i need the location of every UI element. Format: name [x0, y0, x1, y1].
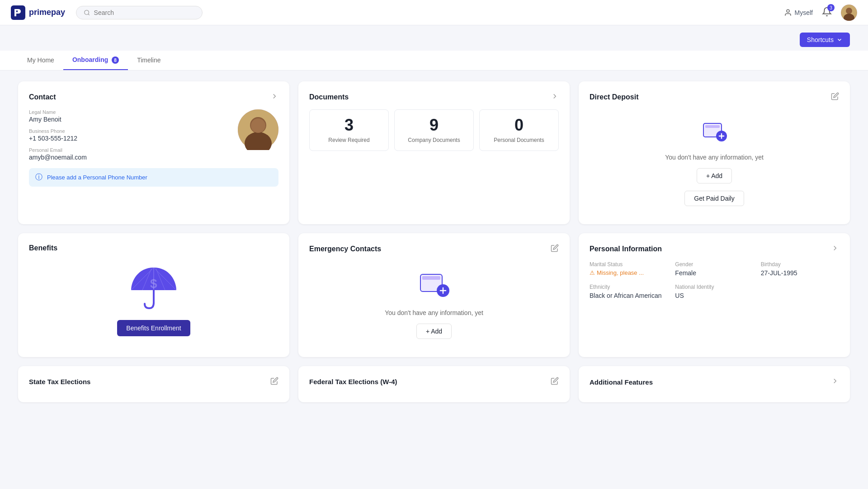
main-content: Contact Legal Name Amy Benoit Business P… — [0, 71, 868, 413]
search-bar[interactable] — [76, 6, 203, 19]
ethnicity-value: Black or African American — [590, 292, 668, 299]
emergency-contacts-card: Emergency Contacts — [298, 233, 570, 357]
cards-row-3: State Tax Elections Federal Tax Election… — [18, 366, 850, 402]
benefits-body: $ Benefits Enrollment — [29, 259, 278, 340]
gender-value: Female — [675, 269, 753, 277]
deposit-icon — [700, 116, 729, 146]
additional-features-card: Additional Features — [579, 366, 850, 402]
personal-info-expand-icon[interactable] — [831, 244, 839, 254]
svg-rect-1 — [16, 10, 18, 12]
user-name: Myself — [795, 9, 813, 16]
shortcuts-label: Shortcuts — [807, 36, 834, 43]
header: primepay Myself 3 — [0, 0, 868, 25]
tab-my-home[interactable]: My Home — [18, 51, 63, 70]
direct-deposit-add-label: + Add — [706, 172, 722, 179]
emergency-contacts-edit-icon[interactable] — [551, 244, 559, 254]
state-tax-header: State Tax Elections — [29, 377, 278, 386]
legal-name-value: Amy Benoit — [29, 116, 238, 123]
info-banner[interactable]: ⓘ Please add a Personal Phone Number — [29, 168, 278, 187]
documents-card: Documents 3 Review Required 9 Company Do… — [298, 81, 570, 224]
logo-text: primepay — [29, 8, 65, 17]
contact-card: Contact Legal Name Amy Benoit Business P… — [18, 81, 289, 224]
federal-tax-card: Federal Tax Elections (W-4) — [298, 366, 570, 402]
logo[interactable]: primepay — [11, 5, 65, 20]
svg-rect-12 — [705, 125, 720, 128]
warning-icon: ⚠ — [590, 269, 595, 276]
cards-row-2: Benefits — [18, 233, 850, 357]
federal-tax-header: Federal Tax Elections (W-4) — [309, 377, 559, 386]
direct-deposit-add-button[interactable]: + Add — [697, 168, 732, 183]
tab-my-home-label: My Home — [27, 56, 54, 64]
documents-expand-icon[interactable] — [551, 92, 559, 102]
notification-badge: 3 — [827, 4, 835, 11]
shortcuts-area: Shortcuts — [0, 25, 868, 47]
svg-point-2 — [85, 10, 89, 14]
chevron-down-icon — [836, 37, 843, 43]
direct-deposit-edit-icon[interactable] — [831, 92, 839, 102]
notification-button[interactable]: 3 — [820, 5, 834, 20]
get-paid-daily-button[interactable]: Get Paid Daily — [684, 191, 744, 206]
info-icon: ⓘ — [35, 173, 42, 182]
contact-avatar-image — [238, 109, 278, 150]
national-identity-label: National Identity — [675, 284, 753, 290]
doc-stat-review[interactable]: 3 Review Required — [309, 109, 389, 151]
search-input[interactable] — [94, 9, 195, 16]
doc-stats: 3 Review Required 9 Company Documents 0 … — [309, 109, 559, 151]
doc-personal-number: 0 — [487, 117, 551, 133]
search-icon — [84, 9, 90, 16]
get-paid-label: Get Paid Daily — [694, 195, 734, 202]
marital-status-field: Marital Status ⚠ Missing, please ... — [590, 261, 668, 277]
federal-tax-edit-icon[interactable] — [551, 377, 559, 386]
benefits-card-header: Benefits — [29, 244, 278, 252]
marital-status-value: ⚠ Missing, please ... — [590, 269, 668, 276]
documents-card-header: Documents — [309, 92, 559, 102]
doc-company-number: 9 — [402, 117, 466, 133]
state-tax-edit-icon[interactable] — [270, 377, 278, 386]
emergency-body: You don't have any information, yet + Ad… — [309, 261, 559, 346]
avatar-image — [841, 5, 857, 21]
legal-name-label: Legal Name — [29, 109, 238, 115]
personal-info-grid: Marital Status ⚠ Missing, please ... Gen… — [590, 261, 839, 299]
additional-features-expand-icon[interactable] — [831, 377, 839, 387]
state-tax-card: State Tax Elections — [18, 366, 289, 402]
shortcuts-button[interactable]: Shortcuts — [800, 33, 850, 47]
benefits-title: Benefits — [29, 244, 57, 252]
direct-deposit-card-header: Direct Deposit — [590, 92, 839, 102]
svg-point-5 — [846, 8, 852, 14]
tab-timeline-label: Timeline — [137, 56, 160, 64]
svg-rect-24 — [422, 276, 440, 280]
header-right: Myself 3 — [784, 5, 857, 21]
birthday-value: 27-JUL-1995 — [761, 269, 839, 277]
doc-stat-company[interactable]: 9 Company Documents — [394, 109, 474, 151]
national-identity-value: US — [675, 292, 753, 299]
personal-info-title: Personal Information — [590, 245, 662, 253]
doc-review-label: Review Required — [317, 137, 381, 143]
emergency-contacts-title: Emergency Contacts — [309, 245, 381, 253]
contact-card-header: Contact — [29, 92, 278, 102]
benefits-enrollment-button[interactable]: Benefits Enrollment — [117, 320, 190, 336]
avatar[interactable] — [841, 5, 857, 21]
umbrella-icon: $ — [127, 263, 181, 313]
emergency-add-button[interactable]: + Add — [416, 324, 452, 339]
doc-stat-personal[interactable]: 0 Personal Documents — [479, 109, 559, 151]
personal-information-card: Personal Information Marital Status ⚠ Mi… — [579, 233, 850, 357]
tab-onboarding-badge: 8 — [112, 56, 119, 64]
gender-field: Gender Female — [675, 261, 753, 277]
business-phone-value: +1 503-555-1212 — [29, 135, 238, 142]
ethnicity-field: Ethnicity Black or African American — [590, 284, 668, 299]
user-icon — [784, 9, 792, 17]
doc-company-label: Company Documents — [402, 137, 466, 143]
contact-body: Legal Name Amy Benoit Business Phone +1 … — [29, 109, 278, 161]
user-label: Myself — [784, 9, 813, 17]
doc-personal-label: Personal Documents — [487, 137, 551, 143]
personal-email-label: Personal Email — [29, 147, 238, 153]
direct-deposit-title: Direct Deposit — [590, 93, 638, 101]
contact-avatar — [238, 109, 278, 150]
benefits-enroll-label: Benefits Enrollment — [126, 324, 181, 332]
deposit-empty-text: You don't have any information, yet — [665, 154, 764, 161]
personal-email-value: amyb@noemail.com — [29, 154, 238, 161]
tab-timeline[interactable]: Timeline — [128, 51, 170, 70]
contact-expand-icon[interactable] — [270, 92, 278, 102]
tab-onboarding[interactable]: Onboarding 8 — [63, 51, 128, 70]
business-phone-label: Business Phone — [29, 128, 238, 134]
